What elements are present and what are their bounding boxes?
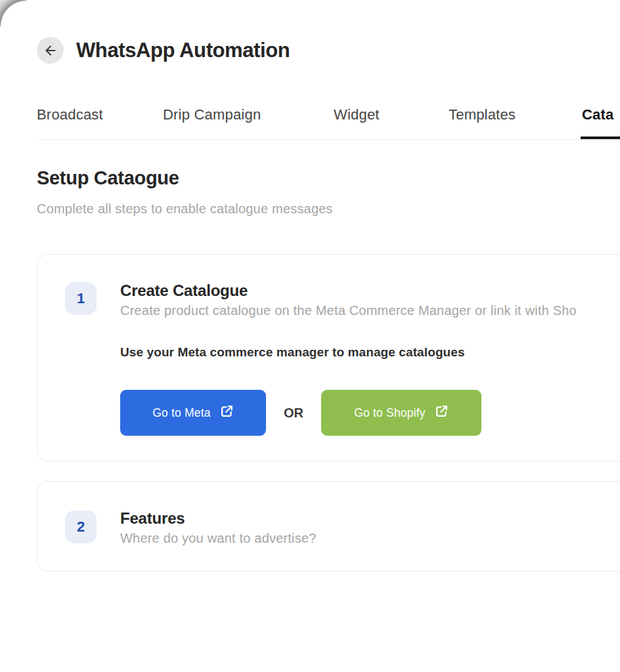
section-title: Setup Cataogue xyxy=(37,167,179,189)
step-card-create-catalogue: 1 Create Catalogue Create product catalo… xyxy=(37,254,620,461)
go-to-meta-label: Go to Meta xyxy=(152,406,211,420)
meta-manager-note: Use your Meta commerce manager to manage… xyxy=(120,345,620,360)
step-title: Create Catalogue xyxy=(120,281,620,301)
active-tab-underline xyxy=(581,136,620,139)
tab-templates[interactable]: Templates xyxy=(449,106,516,123)
go-to-meta-button[interactable]: Go to Meta xyxy=(120,390,266,436)
go-to-shopify-label: Go to Shopify xyxy=(354,406,426,420)
tab-bar-divider xyxy=(37,139,620,140)
step-1-content: Create Catalogue Create product catalogu… xyxy=(37,255,620,436)
external-link-icon xyxy=(220,404,234,421)
tab-bar: Broadcast Drip Campaign Widget Templates… xyxy=(0,0,620,140)
step-title: Features xyxy=(120,509,620,528)
step-number-badge: 1 xyxy=(65,282,97,315)
or-separator: OR xyxy=(284,406,303,421)
step-card-features: 2 Features Where do you want to advertis… xyxy=(37,481,620,572)
external-link-icon xyxy=(435,404,449,421)
section-subtitle: Complete all steps to enable catalogue m… xyxy=(37,201,333,217)
step-2-content: Features Where do you want to advertise? xyxy=(37,482,620,547)
step-description: Where do you want to advertise? xyxy=(120,530,620,547)
tab-drip-campaign[interactable]: Drip Campaign xyxy=(163,106,261,123)
tab-broadcast[interactable]: Broadcast xyxy=(37,106,103,123)
tab-catalogue-active[interactable]: Cata xyxy=(582,106,614,123)
step-number-badge: 2 xyxy=(65,511,97,543)
step-description: Create product catalogue on the Meta Com… xyxy=(120,302,620,319)
tab-widget[interactable]: Widget xyxy=(334,106,380,123)
go-to-shopify-button[interactable]: Go to Shopify xyxy=(321,390,481,436)
whatsapp-automation-page: WhatsApp Automation Broadcast Drip Campa… xyxy=(0,0,620,672)
catalogue-actions-row: Go to Meta OR Go to Shopify xyxy=(120,390,620,436)
